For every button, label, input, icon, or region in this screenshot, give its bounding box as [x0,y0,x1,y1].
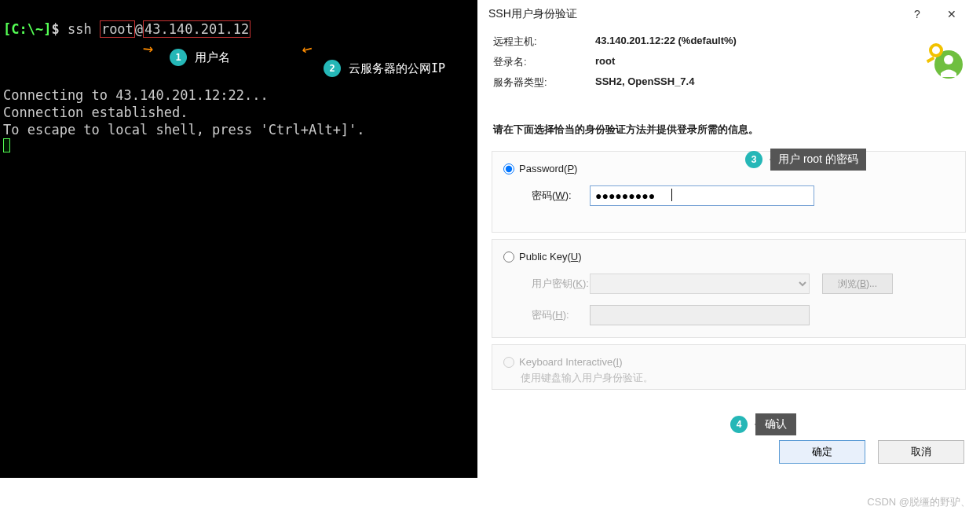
close-button[interactable]: ✕ [934,8,969,20]
keyboard-interactive-radio: Keyboard Interactive(I) [503,356,954,368]
publickey-radio-input[interactable] [503,251,514,263]
password-field-label: 密码(W): [503,189,590,203]
server-type-value: SSH2, OpenSSH_7.4 [595,75,694,90]
help-button[interactable]: ? [900,8,934,20]
text-caret [671,189,672,201]
ssh-auth-dialog: SSH用户身份验证 ? ✕ 远程主机:43.140.201.12:22 (%de… [477,0,980,478]
svg-point-3 [931,45,942,56]
browse-button: 浏览(B)... [822,274,893,294]
dialog-title: SSH用户身份验证 [488,7,577,21]
userkey-select [590,274,810,294]
terminal-pane[interactable]: [C:\~]$ ssh root@43.140.201.12 ↘ ↙ 1用户名 … [0,0,477,478]
terminal-output: Connection established. [3,104,477,121]
login-value: root [595,55,615,69]
user-key-icon [922,38,966,82]
terminal-output: Connecting to 43.140.201.12:22... [3,86,477,104]
instruction-text: 请在下面选择恰当的身份验证方法并提供登录所需的信息。 [493,123,759,137]
annotation-2: 2云服务器的公网IP [324,60,445,77]
terminal-cursor [3,138,10,152]
keyboard-interactive-hint: 使用键盘输入用户身份验证。 [503,371,954,385]
keyboard-interactive-radio-input [503,357,514,368]
password-radio-input[interactable] [503,163,514,174]
dialog-titlebar[interactable]: SSH用户身份验证 ? ✕ [477,0,980,28]
ssh-host-box: 43.140.201.12 [143,20,250,38]
publickey-radio[interactable]: Public Key(U) [503,251,954,263]
terminal-output: To escape to local shell, press 'Ctrl+Al… [3,121,477,138]
remote-host-value: 43.140.201.12:22 (%default%) [595,35,737,49]
password-input[interactable] [590,185,814,206]
annotation-3: 3用户 root 的密码 [745,149,866,171]
password-radio[interactable]: Password(P) [503,163,954,174]
annotation-4: 4确认 [730,413,796,435]
ssh-user-box: root [100,20,135,38]
prompt-line: [C:\~]$ ssh root@43.140.201.12 [3,20,477,38]
keyboard-interactive-group: Keyboard Interactive(I) 使用键盘输入用户身份验证。 [492,344,966,390]
publickey-group: Public Key(U) 用户密钥(K): 浏览(B)... 密码(H): [492,239,966,338]
login-label: 登录名: [493,55,595,69]
cancel-button[interactable]: 取消 [878,440,964,464]
svg-rect-2 [927,57,935,63]
ok-button[interactable]: 确定 [779,440,865,464]
annotation-1: 1用户名 [170,49,230,66]
server-type-label: 服务器类型: [493,75,595,90]
prompt-path: [C:\~] [3,21,51,37]
svg-point-1 [944,55,953,64]
watermark: CSDN @脱缰的野驴、 [867,495,971,509]
pubkey-password-input [590,305,810,325]
userkey-label: 用户密钥(K): [503,277,590,291]
password-group: Password(P) 3用户 root 的密码 密码(W): [492,151,966,233]
remote-host-label: 远程主机: [493,35,595,49]
pubkey-password-label: 密码(H): [503,308,590,322]
